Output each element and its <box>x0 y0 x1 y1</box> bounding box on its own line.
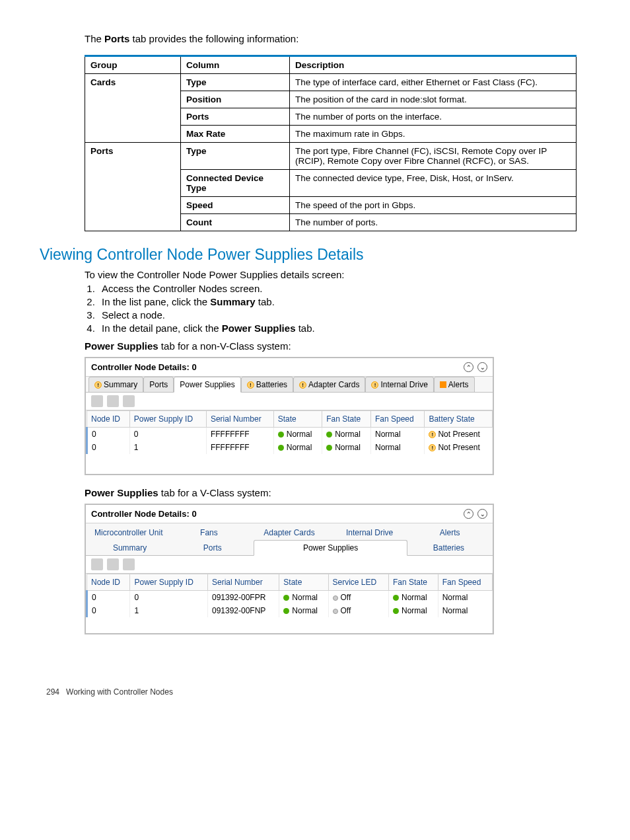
status-dot-icon <box>278 445 284 451</box>
cell-fanstate: Normal <box>389 604 438 617</box>
panel-title: Controller Node Details: 0 <box>91 362 460 372</box>
step-1: Access the Controller Nodes screen. <box>98 283 590 294</box>
panel-titlebar: Controller Node Details: 0 ⌃ ⌄ <box>86 358 493 377</box>
tab-alerts[interactable]: Alerts <box>409 525 490 540</box>
warning-icon: ! <box>429 431 436 438</box>
tab-batteries[interactable]: Batteries <box>407 540 490 555</box>
col-fanstate[interactable]: Fan State <box>322 411 371 428</box>
page-number: 294 <box>46 687 59 697</box>
group-cards: Cards <box>85 74 181 143</box>
table-row: Ports Type The port type, Fibre Channel … <box>85 143 577 170</box>
col-nodeid[interactable]: Node ID <box>87 574 130 591</box>
status-dot-icon <box>326 445 332 451</box>
col-battery[interactable]: Battery State <box>425 411 493 428</box>
warning-icon: ! <box>299 381 306 389</box>
alert-icon <box>440 381 446 388</box>
tab-mcu[interactable]: Microcontroller Unit <box>88 525 169 540</box>
col-fanstate[interactable]: Fan State <box>389 574 438 591</box>
tab-ports[interactable]: Ports <box>171 540 254 555</box>
col-fanspeed[interactable]: Fan Speed <box>438 574 492 591</box>
grid-row[interactable]: 0 0 FFFFFFFF Normal Normal Normal !Not P… <box>87 428 493 441</box>
tab-fans[interactable]: Fans <box>169 525 250 540</box>
collapse-up-icon[interactable]: ⌃ <box>464 362 473 372</box>
collapse-up-icon[interactable]: ⌃ <box>464 509 473 519</box>
cell-state: Normal <box>279 604 328 617</box>
tab-internal-drive[interactable]: !Internal Drive <box>365 377 433 392</box>
grid-row[interactable]: 0 0 091392-00FPR Normal Off Normal Norma… <box>87 591 493 605</box>
step-4: In the detail pane, click the Power Supp… <box>98 323 590 334</box>
tab-summary[interactable]: !Summary <box>88 377 143 392</box>
tab-power-supplies[interactable]: Power Supplies <box>254 540 407 556</box>
tool-icon[interactable] <box>107 395 119 407</box>
th-column: Column <box>181 56 290 74</box>
col-serial[interactable]: Serial Number <box>207 574 279 591</box>
col-state[interactable]: State <box>273 411 322 428</box>
tab-batteries[interactable]: !Batteries <box>241 377 293 392</box>
cell-nodeid: 0 <box>87 428 130 441</box>
col-cell: Type <box>181 74 290 91</box>
tab-alerts[interactable]: Alerts <box>434 377 475 392</box>
cell-fanstate: Normal <box>389 591 438 605</box>
toolbar <box>86 393 493 410</box>
panel-titlebar: Controller Node Details: 0 ⌃ ⌄ <box>86 505 493 523</box>
grid-row[interactable]: 0 1 FFFFFFFF Normal Normal Normal !Not P… <box>87 441 493 454</box>
led-off-icon <box>333 609 338 614</box>
collapse-down-icon[interactable]: ⌄ <box>477 362 487 372</box>
tool-icon[interactable] <box>123 395 135 407</box>
status-dot-icon <box>283 608 289 614</box>
col-cell: Type <box>181 143 290 170</box>
col-state[interactable]: State <box>279 574 328 591</box>
desc-cell: The maximum rate in Gbps. <box>290 126 577 143</box>
cell-state: Normal <box>279 591 328 605</box>
cell-fanspeed: Normal <box>370 428 424 441</box>
tool-icon[interactable] <box>91 558 103 570</box>
tab-ports[interactable]: Ports <box>143 377 174 392</box>
cell-fanstate: Normal <box>322 428 371 441</box>
col-nodeid[interactable]: Node ID <box>87 411 130 428</box>
group-ports: Ports <box>85 143 181 231</box>
desc-cell: The speed of the port in Gbps. <box>290 197 577 214</box>
tab-summary[interactable]: Summary <box>88 540 171 555</box>
tab-adapter-cards[interactable]: !Adapter Cards <box>293 377 365 392</box>
cell-fanspeed: Normal <box>438 604 492 617</box>
tab-power-supplies[interactable]: Power Supplies <box>174 377 240 393</box>
cell-fanstate: Normal <box>322 441 371 454</box>
col-serviceled[interactable]: Service LED <box>328 574 388 591</box>
tool-icon[interactable] <box>107 558 119 570</box>
page-footer: 294 Working with Controller Nodes <box>46 687 590 697</box>
cell-fanspeed: Normal <box>370 441 424 454</box>
power-supplies-grid: Node ID Power Supply ID Serial Number St… <box>86 574 493 633</box>
col-psid[interactable]: Power Supply ID <box>130 574 208 591</box>
th-description: Description <box>290 56 577 74</box>
panel-title: Controller Node Details: 0 <box>91 509 460 519</box>
table-row: Cards Type The type of interface card, e… <box>85 74 577 91</box>
col-cell: Ports <box>181 108 290 126</box>
warning-icon: ! <box>371 381 378 389</box>
collapse-down-icon[interactable]: ⌄ <box>477 509 487 519</box>
status-dot-icon <box>326 432 332 438</box>
panel-nonvclass: Controller Node Details: 0 ⌃ ⌄ !Summary … <box>85 357 494 475</box>
cell-psid: 0 <box>129 428 206 441</box>
step-2: In the list pane, click the Summary tab. <box>98 296 590 307</box>
col-cell: Speed <box>181 197 290 214</box>
col-cell: Position <box>181 91 290 108</box>
col-serial[interactable]: Serial Number <box>206 411 273 428</box>
tool-icon[interactable] <box>91 395 103 407</box>
warning-icon: ! <box>247 381 254 389</box>
col-cell: Count <box>181 214 290 231</box>
steps-list: Access the Controller Nodes screen. In t… <box>98 283 590 334</box>
section-heading: Viewing Controller Node Power Supplies D… <box>40 246 590 264</box>
col-fanspeed[interactable]: Fan Speed <box>370 411 424 428</box>
cell-fanspeed: Normal <box>438 591 492 605</box>
cell-state: Normal <box>273 441 322 454</box>
tab-internal-drive[interactable]: Internal Drive <box>330 525 410 540</box>
footer-title: Working with Controller Nodes <box>66 687 173 697</box>
col-cell: Max Rate <box>181 126 290 143</box>
intro-bold: Ports <box>104 33 129 44</box>
body-text: To view the Controller Node Power Suppli… <box>85 269 590 280</box>
cell-nodeid: 0 <box>87 441 130 454</box>
tool-icon[interactable] <box>123 558 135 570</box>
tab-adapter-cards[interactable]: Adapter Cards <box>249 525 330 540</box>
col-psid[interactable]: Power Supply ID <box>129 411 206 428</box>
grid-row[interactable]: 0 1 091392-00FNP Normal Off Normal Norma… <box>87 604 493 617</box>
